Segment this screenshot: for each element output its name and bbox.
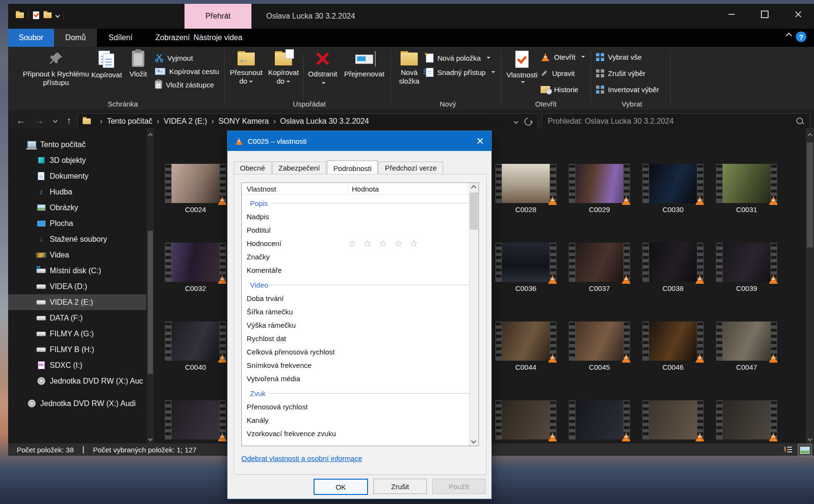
move-to-button[interactable]: ← Přesunoutdo	[228, 51, 264, 86]
dialog-close-button[interactable]	[468, 131, 491, 151]
search-icon[interactable]	[796, 118, 803, 124]
breadcrumb-item[interactable]: SONY Kamera›	[218, 117, 280, 126]
property-row[interactable]: Snímková frekvence	[242, 358, 478, 372]
details-view-button[interactable]	[781, 444, 795, 456]
tree-scrollbar[interactable]	[147, 128, 154, 447]
main-scrollbar[interactable]	[806, 128, 814, 447]
tab-video-tools[interactable]: Nástroje videa	[185, 29, 251, 47]
property-row[interactable]: Vzorkovací frekvence zvuku	[242, 427, 478, 440]
customize-chevron-icon[interactable]	[55, 13, 60, 18]
breadcrumb-item[interactable]: Tento počítač›	[107, 117, 164, 126]
property-row[interactable]: Značky	[242, 250, 478, 263]
delete-button[interactable]: Odstranit	[305, 51, 340, 87]
forward-button[interactable]: →	[31, 113, 47, 128]
property-row[interactable]: Celková přenosová rychlost	[242, 345, 478, 358]
dialog-tab[interactable]: Podrobnosti	[327, 161, 378, 175]
property-row[interactable]: Výška rámečku	[242, 318, 478, 332]
help-button[interactable]: ?	[796, 32, 806, 42]
scroll-up-icon[interactable]	[148, 133, 153, 138]
easy-access-button[interactable]: Snadný přístup	[426, 67, 495, 77]
scroll-down-icon[interactable]	[148, 437, 153, 441]
dialog-tab[interactable]: Předchozí verze	[379, 161, 443, 174]
copy-to-button[interactable]: Kopírovatdo	[266, 51, 301, 86]
sidebar-item[interactable]: Jednotka DVD RW (X:) Audi	[8, 396, 146, 411]
paste-shortcut-button[interactable]: ↴ Vložit zástupce	[155, 79, 214, 90]
open-button[interactable]: Otevřít	[541, 52, 585, 62]
breadcrumb-item[interactable]: Oslava Lucka 30 3.2.2024›	[280, 117, 369, 126]
sidebar-item[interactable]: Místní disk (C:)	[8, 263, 146, 279]
refresh-icon[interactable]	[523, 116, 534, 127]
sidebar-item[interactable]: Videa	[8, 247, 146, 263]
minimize-button[interactable]	[720, 4, 742, 25]
sidebar-item[interactable]: VIDEA (D:)	[8, 279, 146, 294]
properties-scrollbar[interactable]	[469, 183, 478, 446]
properties-check-icon[interactable]	[33, 11, 39, 19]
file-thumbnail[interactable]: C0044	[495, 322, 556, 371]
ribbon-tab[interactable]: Domů	[54, 29, 98, 47]
sidebar-item[interactable]: FILMY B (H:)	[8, 342, 146, 357]
file-thumbnail[interactable]: C0028	[495, 164, 556, 214]
copy-path-button[interactable]: \\... Kopírovat cestu	[155, 66, 219, 76]
dialog-tab[interactable]: Zabezpečení	[272, 161, 326, 174]
sidebar-item[interactable]: 3D objekty	[8, 152, 146, 168]
file-thumbnail[interactable]: C0024	[165, 164, 226, 214]
sidebar-item[interactable]: Obrázky	[8, 200, 146, 215]
copy-button[interactable]: Kopírovat	[90, 51, 123, 79]
file-thumbnail[interactable]: C0036	[495, 243, 556, 292]
select-all-button[interactable]: Vybrat vše	[596, 52, 641, 62]
sidebar-item[interactable]: ♪ Hudba	[8, 184, 146, 200]
property-row[interactable]: Video	[242, 277, 478, 291]
file-thumbnail[interactable]: C0039	[716, 243, 777, 292]
tree-scrollbar-thumb[interactable]	[148, 231, 153, 374]
file-thumbnail[interactable]	[716, 400, 777, 442]
property-row[interactable]: Šířka rámečku	[242, 305, 478, 318]
thumbnails-view-button[interactable]	[798, 444, 812, 456]
scroll-down-icon[interactable]	[808, 437, 813, 441]
sidebar-item[interactable]: Dokumenty	[8, 168, 146, 184]
maximize-button[interactable]	[754, 4, 776, 25]
file-thumbnail[interactable]: C0047	[716, 322, 777, 371]
select-none-button[interactable]: Zrušit výběr	[596, 68, 645, 78]
breadcrumb-item[interactable]: VIDEA 2 (E:)›	[164, 117, 218, 126]
property-row[interactable]: Média	[242, 440, 478, 446]
back-button[interactable]: ←	[13, 113, 29, 128]
invert-selection-button[interactable]: Invertovat výběr	[596, 84, 659, 95]
sidebar-item[interactable]: Jednotka DVD RW (X:) Auc	[8, 373, 146, 389]
property-row[interactable]: Popis	[242, 195, 478, 210]
property-row[interactable]: Zvuk	[242, 385, 478, 400]
contextual-group-header[interactable]: Přehrát	[185, 4, 251, 29]
property-row[interactable]: Podtitul	[242, 223, 478, 236]
main-scrollbar-thumb[interactable]	[807, 142, 813, 247]
property-row[interactable]: Rychlost dat	[242, 332, 478, 345]
recent-locations-chevron-icon[interactable]	[49, 113, 61, 128]
property-row[interactable]: Hodnocení ☆ ☆ ☆ ☆ ☆	[242, 236, 478, 250]
file-thumbnail[interactable]: C0040	[165, 322, 226, 371]
address-bar[interactable]: › Tento počítač›VIDEA 2 (E:)›SONY Kamera…	[77, 113, 538, 129]
address-dropdown-chevron-icon[interactable]	[514, 119, 519, 124]
tab-file[interactable]: Soubor	[8, 29, 54, 47]
ok-button[interactable]: OK	[314, 479, 368, 495]
file-thumbnail[interactable]	[495, 400, 556, 442]
file-thumbnail[interactable]	[165, 400, 226, 442]
folder-icon[interactable]	[43, 12, 52, 18]
properties-list[interactable]: Vlastnost Hodnota Popis Nadpis	[241, 182, 479, 446]
file-thumbnail[interactable]	[642, 400, 704, 442]
property-row[interactable]: Vytvořená média	[242, 372, 478, 385]
properties-button[interactable]: Vlastnosti	[505, 51, 539, 84]
file-thumbnail[interactable]: C0038	[642, 243, 704, 292]
search-box[interactable]: Prohledat: Oslava Lucka 30 3.2.2024	[542, 113, 810, 129]
file-thumbnail[interactable]	[569, 400, 630, 442]
new-item-button[interactable]: Nová položka	[426, 53, 490, 63]
scroll-down-icon[interactable]	[471, 438, 476, 443]
dialog-tab[interactable]: Obecné	[234, 161, 271, 174]
sidebar-item[interactable]: DATA (F:)	[8, 310, 146, 326]
file-thumbnail[interactable]: C0045	[569, 322, 630, 371]
close-button[interactable]	[787, 4, 809, 25]
collapse-ribbon-icon[interactable]	[786, 32, 792, 39]
property-row[interactable]: Nadpis	[242, 210, 478, 223]
new-folder-button[interactable]: Novásložka	[395, 51, 423, 86]
file-thumbnail[interactable]: C0031	[716, 164, 777, 214]
file-thumbnail[interactable]: C0030	[642, 164, 704, 214]
scroll-up-icon[interactable]	[471, 185, 476, 190]
sidebar-item[interactable]: Tento počítač	[8, 137, 146, 152]
